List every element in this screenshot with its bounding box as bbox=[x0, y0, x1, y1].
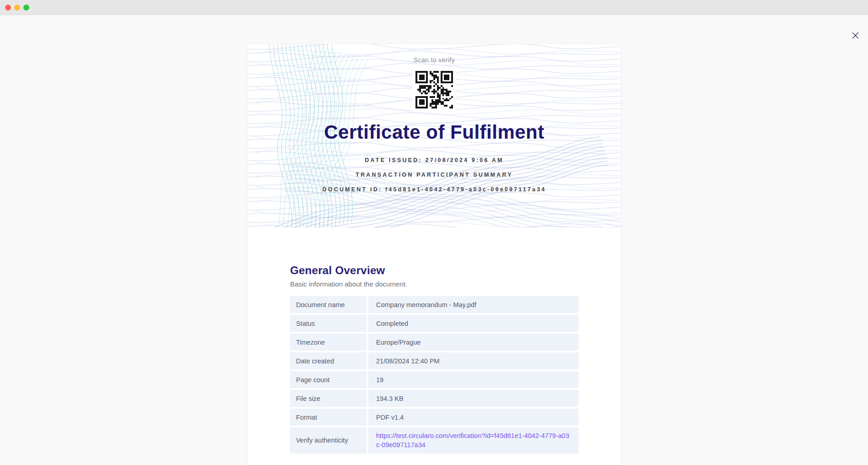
row-value: Completed bbox=[368, 315, 578, 332]
scan-to-verify-label: Scan to verify bbox=[248, 56, 621, 64]
row-value: 21/08/2024 12:40 PM bbox=[368, 352, 578, 369]
window-minimize-button[interactable] bbox=[14, 5, 20, 11]
row-label: File size bbox=[290, 390, 367, 407]
row-label: Document name bbox=[290, 296, 367, 313]
close-overlay-button[interactable] bbox=[848, 28, 863, 43]
row-label: Page count bbox=[290, 371, 367, 388]
close-icon bbox=[852, 32, 859, 39]
row-value: 194.3 KB bbox=[368, 390, 578, 407]
table-row: Format PDF v1.4 bbox=[290, 409, 578, 426]
row-value: Europe/Prague bbox=[368, 334, 578, 351]
table-row: Page count 19 bbox=[290, 371, 578, 388]
overview-section: General Overview Basic information about… bbox=[290, 227, 578, 454]
row-label: Timezone bbox=[290, 334, 367, 351]
qr-code-image bbox=[415, 71, 453, 108]
table-row: Document name Company memorandum - May.p… bbox=[290, 296, 578, 313]
table-row: Date created 21/08/2024 12:40 PM bbox=[290, 352, 578, 369]
section-title: General Overview bbox=[290, 264, 578, 277]
table-row: Timezone Europe/Prague bbox=[290, 334, 578, 351]
verification-link[interactable]: https://test.circularo.com/verification?… bbox=[376, 431, 571, 450]
row-label: Format bbox=[290, 409, 367, 426]
qr-code bbox=[413, 68, 456, 111]
window-zoom-button[interactable] bbox=[23, 5, 29, 11]
row-value: Company memorandum - May.pdf bbox=[368, 296, 578, 313]
row-value: 19 bbox=[368, 371, 578, 388]
document-id-line: DOCUMENT ID: f45d81e1-4042-4779-a03c-09e… bbox=[248, 186, 621, 193]
certificate-page: Scan to verify Certificate of Fulfilment… bbox=[248, 44, 621, 465]
certificate-header: Scan to verify Certificate of Fulfilment… bbox=[248, 44, 621, 227]
summary-line: TRANSACTION PARTICIPANT SUMMARY bbox=[248, 172, 621, 178]
row-label: Date created bbox=[290, 352, 367, 369]
window-titlebar bbox=[0, 0, 868, 15]
row-label: Status bbox=[290, 315, 367, 332]
row-value: PDF v1.4 bbox=[368, 409, 578, 426]
date-issued-line: DATE ISSUED: 27/08/2024 9:06 AM bbox=[248, 157, 621, 163]
section-subtitle: Basic information about the document. bbox=[290, 280, 578, 288]
certificate-title: Certificate of Fulfilment bbox=[248, 121, 621, 143]
table-row: Status Completed bbox=[290, 315, 578, 332]
row-value: https://test.circularo.com/verification?… bbox=[368, 427, 578, 454]
table-row: Verify authenticity https://test.circula… bbox=[290, 427, 578, 454]
certificate-meta: DATE ISSUED: 27/08/2024 9:06 AM TRANSACT… bbox=[248, 157, 621, 201]
table-row: File size 194.3 KB bbox=[290, 390, 578, 407]
row-label: Verify authenticity bbox=[290, 427, 367, 454]
window-close-button[interactable] bbox=[5, 5, 11, 11]
overview-table: Document name Company memorandum - May.p… bbox=[290, 296, 578, 454]
